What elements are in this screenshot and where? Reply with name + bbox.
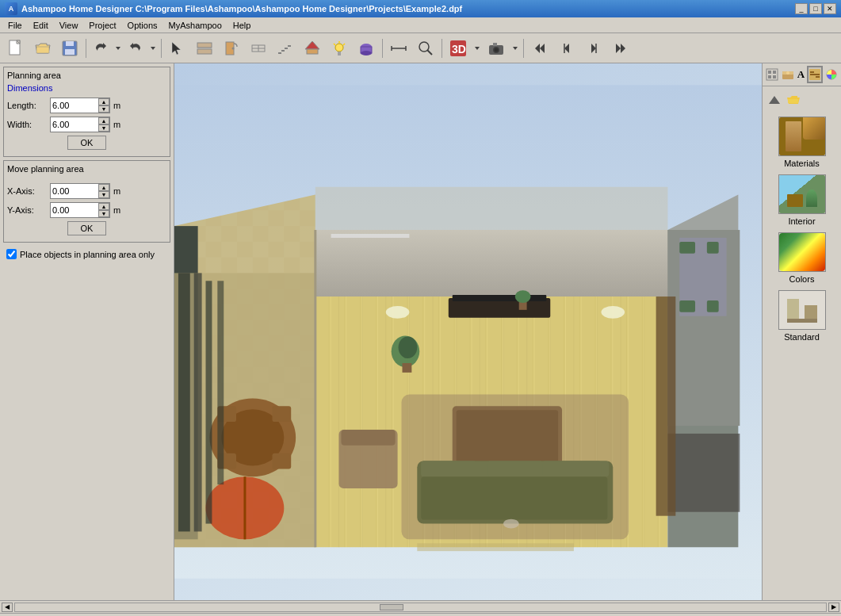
yaxis-up[interactable]: ▲ [98, 203, 109, 210]
object-tool[interactable] [354, 36, 379, 60]
save-button[interactable] [57, 36, 82, 60]
materials-tab-button[interactable] [781, 66, 795, 83]
menu-myashampoo[interactable]: MyAshampoo [164, 19, 227, 32]
width-up[interactable]: ▲ [98, 117, 109, 124]
scroll-left-button[interactable]: ◀ [2, 603, 13, 612]
render3d-button[interactable]: 3D [445, 36, 471, 60]
svg-point-101 [601, 306, 625, 319]
svg-marker-37 [475, 47, 480, 50]
select-tool[interactable] [165, 36, 190, 60]
category-list: Materials Interior Colors [763, 113, 841, 600]
camera-button[interactable] [484, 36, 509, 60]
svg-rect-136 [816, 76, 820, 78]
materials-thumb-img [779, 117, 825, 155]
svg-marker-74 [315, 230, 683, 297]
folder-up-button[interactable] [766, 91, 783, 109]
svg-marker-49 [616, 44, 621, 53]
scroll-thumb[interactable] [380, 604, 403, 610]
render3d-dropdown[interactable] [472, 36, 482, 60]
width-input-wrapper: ▲ ▼ [50, 117, 110, 132]
wall-tool[interactable] [192, 36, 217, 60]
nav-prev[interactable] [554, 36, 579, 60]
menu-view[interactable]: View [55, 19, 83, 32]
move-ok-button[interactable]: OK [67, 221, 107, 235]
redo-dropdown[interactable] [148, 36, 158, 60]
status-bar: Project successfully loaded. [0, 613, 841, 616]
nav-last[interactable] [608, 36, 633, 60]
svg-point-100 [386, 306, 410, 319]
scroll-track[interactable] [14, 603, 827, 612]
app-icon: A [5, 2, 17, 15]
length-spinners: ▲ ▼ [98, 98, 109, 113]
yaxis-label: Y-Axis: [7, 205, 47, 215]
menu-project[interactable]: Project [84, 19, 120, 32]
xaxis-spinners: ▲ ▼ [98, 184, 109, 198]
navigator-tab-button[interactable] [765, 66, 779, 83]
new-button[interactable] [3, 36, 29, 60]
sep3 [382, 39, 383, 58]
yaxis-down[interactable]: ▼ [98, 210, 109, 217]
door-tool[interactable] [219, 36, 244, 60]
colors-tab-button[interactable] [824, 66, 839, 83]
canvas-area[interactable] [174, 63, 762, 600]
menu-file[interactable]: File [3, 19, 27, 32]
minimize-button[interactable]: _ [795, 3, 808, 14]
menu-options[interactable]: Options [123, 19, 162, 32]
xaxis-up[interactable]: ▲ [98, 184, 109, 191]
nav-next[interactable] [581, 36, 606, 60]
svg-rect-4 [65, 49, 75, 55]
category-standard[interactable]: Standard [763, 287, 841, 345]
svg-rect-17 [281, 50, 285, 52]
svg-line-26 [343, 44, 345, 45]
category-interior[interactable]: Interior [763, 171, 841, 229]
search-button[interactable] [413, 36, 438, 60]
length-up[interactable]: ▲ [98, 98, 109, 105]
menu-edit[interactable]: Edit [29, 19, 53, 32]
standard-label: Standard [784, 332, 820, 342]
materials-thumbnail [778, 117, 826, 156]
menu-help[interactable]: Help [228, 19, 256, 32]
width-down[interactable]: ▼ [98, 124, 109, 132]
xaxis-down[interactable]: ▼ [98, 191, 109, 198]
svg-marker-5 [116, 47, 120, 50]
redo-button[interactable] [124, 36, 147, 60]
close-button[interactable]: ✕ [824, 3, 836, 14]
undo-button[interactable] [90, 36, 112, 60]
open-button[interactable] [30, 36, 55, 60]
light-tool[interactable] [327, 36, 352, 60]
yaxis-input[interactable] [51, 203, 98, 217]
measure-tool[interactable] [386, 36, 411, 60]
scroll-right-button[interactable]: ▶ [828, 603, 839, 612]
svg-rect-72 [206, 281, 212, 523]
materials-label: Materials [784, 159, 820, 168]
maximize-button[interactable]: □ [809, 3, 822, 14]
menu-bar: File Edit View Project Options MyAshampo… [0, 17, 841, 33]
length-input[interactable] [51, 98, 98, 113]
nav-first[interactable] [527, 36, 552, 60]
category-materials[interactable]: Materials [763, 113, 841, 171]
folder-open-button[interactable] [785, 91, 802, 109]
svg-rect-127 [773, 71, 776, 74]
yaxis-row: Y-Axis: ▲ ▼ m [7, 202, 166, 218]
title-bar-controls[interactable]: _ □ ✕ [795, 3, 836, 14]
yaxis-unit: m [113, 205, 120, 215]
category-colors[interactable]: Colors [763, 229, 841, 287]
svg-rect-83 [679, 300, 695, 312]
svg-rect-21 [307, 49, 318, 54]
title-bar: A Ashampoo Home Designer C:\Program File… [0, 0, 841, 17]
text-tab-button[interactable]: A [797, 66, 805, 83]
dimensions-ok-button[interactable]: OK [67, 136, 107, 150]
roof-tool[interactable] [300, 36, 325, 60]
undo-dropdown[interactable] [113, 36, 123, 60]
svg-marker-7 [172, 42, 181, 55]
width-input[interactable] [51, 117, 98, 132]
catalog-tab-button[interactable] [807, 66, 823, 83]
stairs-tool[interactable] [273, 36, 298, 60]
place-objects-checkbox[interactable] [6, 249, 17, 259]
camera-dropdown[interactable] [510, 36, 520, 60]
window-tool[interactable] [246, 36, 271, 60]
xaxis-input[interactable] [51, 184, 98, 198]
interior-label: Interior [788, 216, 815, 226]
length-down[interactable]: ▼ [98, 105, 109, 113]
width-spinners: ▲ ▼ [98, 117, 109, 132]
